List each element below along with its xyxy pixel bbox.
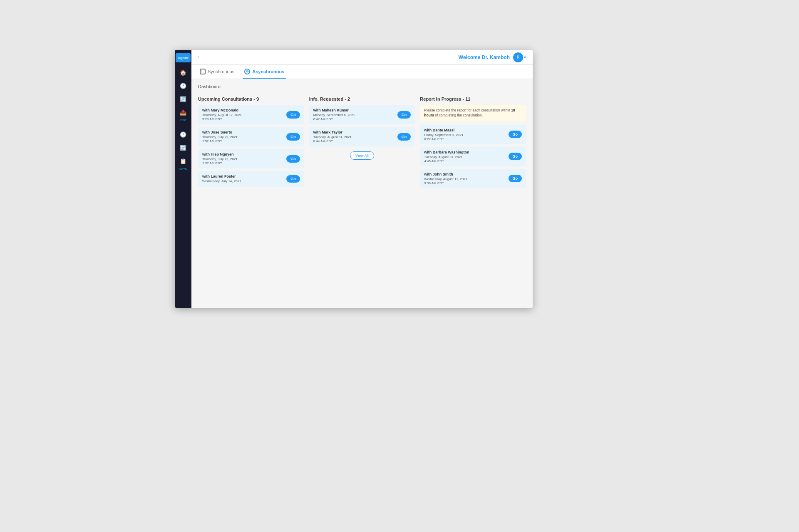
consult-name: with Barbara Washington (424, 150, 508, 154)
sync-tab-icon: ☐ (200, 69, 206, 74)
go-button[interactable]: Go (397, 133, 411, 141)
sync-label: SYNC (180, 119, 187, 121)
consult-date: Tuesday, August 31, 2021 (313, 135, 397, 139)
sidebar-sync-icon[interactable]: 🔄 (177, 93, 189, 105)
sidebar-upload-icon[interactable]: 📤 (177, 106, 189, 118)
list-item: with Barbara Washington Tuesday, August … (420, 147, 526, 166)
consult-time: 1:52 AM EDT (202, 139, 286, 143)
async-tab-icon: ⊙ (244, 69, 250, 74)
consult-info: with John Smith Wednesday, August 11, 20… (424, 172, 508, 185)
welcome-message: Welcome Dr. Kamboh (459, 54, 510, 60)
list-item: with Mark Taylor Tuesday, August 31, 202… (309, 127, 415, 146)
consult-time: 6:47 AM EDT (313, 117, 397, 121)
async-tab-label: Asynchronous (252, 69, 284, 74)
upcoming-title: Upcoming Consultations - 9 (198, 97, 304, 101)
list-item: with Lauren Foster Wednesday, July 14, 2… (198, 171, 304, 187)
consult-info: with Mary McDonald Thursday, August 12, … (202, 108, 286, 121)
sidebar-clipboard-icon[interactable]: 📋 (177, 155, 189, 167)
sidebar: DigiSite 🏠 🕐 🔄 📤 SYNC 🕐 🔄 📋 ASYNC (175, 50, 191, 308)
consult-info: with Hiep Nguyen Thursday, July 22, 2021… (202, 152, 286, 165)
consult-date: Thursday, August 12, 2021 (202, 113, 286, 117)
go-button[interactable]: Go (286, 155, 300, 163)
list-item: with Mary McDonald Thursday, August 12, … (198, 105, 304, 124)
tabs-row: ☐ Synchronous ⊙ Asynchronous (191, 65, 533, 79)
tab-asynchronous[interactable]: ⊙ Asynchronous (243, 65, 286, 79)
consult-name: with Hiep Nguyen (202, 152, 286, 156)
list-item: with Dante Massi Friday, September 3, 20… (420, 125, 526, 144)
consult-time: 8:44 AM EDT (313, 139, 397, 143)
consult-name: with Mahesh Kumar (313, 108, 397, 112)
consult-name: with Lauren Foster (202, 174, 286, 178)
top-right: Welcome Dr. Kamboh K ▾ (459, 52, 526, 62)
consult-name: with Mark Taylor (313, 130, 397, 134)
consult-info: with Mahesh Kumar Monday, September 6, 2… (313, 108, 397, 121)
consult-info: with Mark Taylor Tuesday, August 31, 202… (313, 130, 397, 143)
sidebar-divider (178, 125, 188, 125)
breadcrumb-text: › (198, 55, 199, 59)
consult-date: Wednesday, July 14, 2021 (202, 179, 286, 183)
go-button[interactable]: Go (509, 131, 522, 138)
sidebar-refresh-icon[interactable]: 🔄 (177, 142, 189, 153)
info-requested-section: Info. Requested - 2 with Mahesh Kumar Mo… (309, 97, 415, 303)
info-requested-title: Info. Requested - 2 (309, 97, 415, 101)
consult-date: Tuesday, August 31, 2021 (424, 155, 508, 159)
alert-bold: 18 hours (424, 108, 515, 117)
upcoming-section: Upcoming Consultations - 9 with Mary McD… (198, 97, 304, 303)
breadcrumb: › (198, 55, 199, 59)
go-button[interactable]: Go (286, 133, 300, 141)
top-bar: › Welcome Dr. Kamboh K ▾ (191, 50, 533, 65)
sidebar-clock-icon[interactable]: 🕐 (177, 80, 189, 92)
consult-info: with Jose Suerto Thursday, July 22, 2021… (202, 130, 286, 143)
list-item: with John Smith Wednesday, August 11, 20… (420, 169, 526, 188)
list-item: with Jose Suerto Thursday, July 22, 2021… (198, 127, 304, 146)
consult-date: Wednesday, August 11, 2021 (424, 177, 508, 181)
consult-time: 1:37 AM EDT (202, 161, 286, 165)
consult-time: 6:27 AM EDT (424, 137, 508, 141)
tab-synchronous[interactable]: ☐ Synchronous (198, 65, 236, 79)
consult-date: Thursday, July 22, 2021 (202, 135, 286, 139)
view-all-button[interactable]: View All (350, 151, 374, 160)
chevron-down-icon[interactable]: ▾ (524, 55, 526, 59)
consult-time: 4:45 AM EDT (424, 159, 508, 163)
consult-name: with Dante Massi (424, 128, 508, 132)
list-item: with Mahesh Kumar Monday, September 6, 2… (309, 105, 415, 124)
page-header: Dashboard (191, 79, 533, 92)
app-logo: DigiSite (176, 53, 191, 62)
main-content: › Welcome Dr. Kamboh K ▾ ☐ Synchronous (191, 50, 533, 308)
dashboard-grid: Upcoming Consultations - 9 with Mary McD… (191, 92, 533, 308)
sync-tab-label: Synchronous (208, 69, 234, 74)
consult-info: with Barbara Washington Tuesday, August … (424, 150, 508, 163)
sidebar-home-icon[interactable]: 🏠 (177, 67, 189, 78)
report-in-progress-section: Report in Progress - 11 Please complete … (420, 97, 526, 303)
go-button[interactable]: Go (286, 111, 300, 119)
avatar[interactable]: K (513, 52, 523, 62)
async-label: ASYNC (179, 168, 188, 170)
report-in-progress-title: Report in Progress - 11 (420, 97, 526, 101)
consult-name: with Jose Suerto (202, 130, 286, 134)
consult-name: with John Smith (424, 172, 508, 176)
alert-box: Please complete the report for each cons… (420, 105, 526, 121)
consult-date: Thursday, July 22, 2021 (202, 157, 286, 161)
consult-info: with Dante Massi Friday, September 3, 20… (424, 128, 508, 141)
page-title: Dashboard (198, 84, 221, 89)
consult-date: Monday, September 6, 2021 (313, 113, 397, 117)
consult-info: with Lauren Foster Wednesday, July 14, 2… (202, 174, 286, 183)
sidebar-clock2-icon[interactable]: 🕐 (177, 129, 189, 140)
go-button[interactable]: Go (286, 175, 300, 183)
list-item: with Hiep Nguyen Thursday, July 22, 2021… (198, 149, 304, 168)
go-button[interactable]: Go (509, 153, 522, 160)
go-button[interactable]: Go (509, 175, 522, 182)
go-button[interactable]: Go (397, 111, 411, 119)
consult-time: 9:20 AM EDT (202, 117, 286, 121)
consult-name: with Mary McDonald (202, 108, 286, 112)
consult-time: 9:39 AM EDT (424, 181, 508, 185)
consult-date: Friday, September 3, 2021 (424, 133, 508, 137)
